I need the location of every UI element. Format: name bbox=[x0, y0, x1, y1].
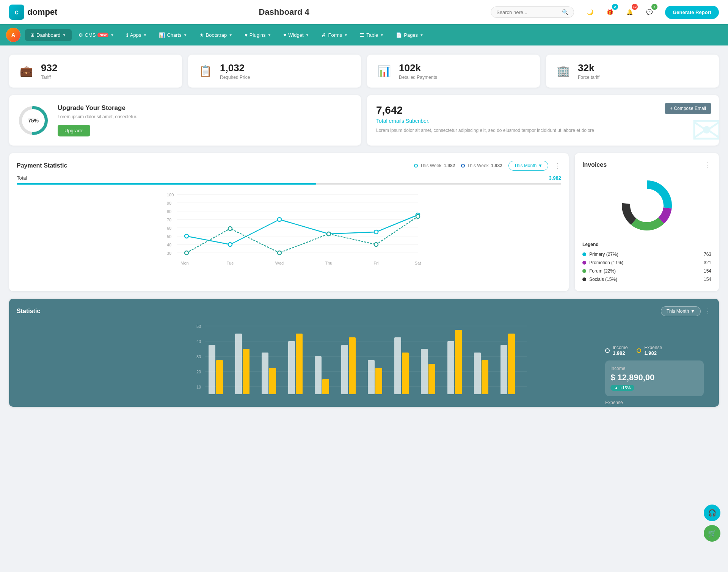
search-input[interactable] bbox=[496, 9, 562, 15]
legend-row-forum: Forum (22%) 154 bbox=[582, 267, 711, 275]
svg-text:100: 100 bbox=[167, 193, 174, 197]
page-title: Dashboard 4 bbox=[77, 7, 491, 17]
svg-rect-73 bbox=[508, 334, 515, 394]
statistic-header: Statistic This Month ▼ ⋮ bbox=[17, 306, 711, 316]
payments-value: 102k bbox=[399, 62, 437, 74]
legend-row-primary: Primary (27%) 763 bbox=[582, 250, 711, 259]
required-price-value: 1,032 bbox=[220, 62, 250, 74]
stat-right-panel: Income 1.982 Expense 1.982 Income $ bbox=[605, 345, 704, 405]
svg-text:10: 10 bbox=[196, 385, 201, 389]
bell-button[interactable]: 🔔 12 bbox=[623, 5, 636, 19]
svg-point-28 bbox=[374, 243, 378, 246]
svg-text:40: 40 bbox=[196, 339, 201, 344]
logo-area: c dompet bbox=[9, 5, 77, 20]
invoices-more-icon[interactable]: ⋮ bbox=[704, 161, 711, 169]
period-label: This Month bbox=[514, 163, 537, 168]
teal-dot bbox=[414, 164, 418, 168]
svg-rect-53 bbox=[243, 349, 249, 394]
stat-card-payments: 📊 102k Detalled Payments bbox=[367, 55, 540, 88]
more-options-icon[interactable]: ⋮ bbox=[554, 161, 561, 170]
svg-text:Tue: Tue bbox=[227, 261, 234, 265]
chevron-down-icon: ▼ bbox=[268, 33, 271, 37]
income-badge-value: +15% bbox=[620, 386, 631, 390]
sidebar-item-forms[interactable]: 🖨 Forms ▼ bbox=[316, 29, 353, 41]
total-row: Total 3.982 bbox=[17, 175, 561, 181]
widget-icon: ♥ bbox=[283, 32, 286, 38]
promotion-dot bbox=[582, 261, 586, 265]
svg-point-29 bbox=[416, 215, 420, 218]
legend-left: Socials (15%) bbox=[582, 277, 617, 282]
svg-rect-54 bbox=[262, 353, 268, 394]
svg-rect-58 bbox=[315, 356, 322, 394]
primary-label: Primary (27%) bbox=[589, 252, 618, 257]
sidebar-item-pages[interactable]: 📄 Pages ▼ bbox=[391, 29, 429, 41]
chevron-down-icon: ▼ bbox=[420, 33, 424, 37]
statistic-more-icon[interactable]: ⋮ bbox=[704, 307, 711, 315]
sidebar-item-charts[interactable]: 📊 Charts ▼ bbox=[154, 29, 192, 41]
nav-bar: A ⊞ Dashboard ▼ ⚙ CMS New ▼ ℹ Apps ▼ 📊 C… bbox=[0, 24, 728, 45]
search-box[interactable]: 🔍 bbox=[491, 6, 574, 18]
expense-legend: Expense 1.982 bbox=[637, 345, 662, 356]
svg-rect-66 bbox=[421, 349, 428, 394]
legend-section: Legend Primary (27%) 763 Promotion (11%)… bbox=[582, 242, 711, 284]
svg-text:50: 50 bbox=[196, 324, 201, 329]
bell-icon: 🔔 bbox=[626, 9, 633, 15]
legend1-label: This Week bbox=[420, 163, 441, 168]
income-box: Income $ 12,890,00 ▲ +15% bbox=[605, 360, 704, 396]
stat-period-button[interactable]: This Month ▼ bbox=[661, 306, 701, 316]
upgrade-button[interactable]: Upgrade bbox=[58, 125, 90, 136]
svg-rect-63 bbox=[375, 368, 382, 394]
sidebar-item-dashboard[interactable]: ⊞ Dashboard ▼ bbox=[25, 29, 72, 41]
period-button[interactable]: This Month ▼ bbox=[508, 161, 548, 171]
chevron-down-icon: ▼ bbox=[143, 33, 147, 37]
legend-item-2: This Week 1.982 bbox=[461, 163, 502, 168]
sidebar-item-plugins[interactable]: ♥ Plugins ▼ bbox=[239, 29, 276, 41]
tariff-label: Tariff bbox=[41, 75, 57, 80]
income-legend-info: Income 1.982 bbox=[613, 345, 628, 356]
mid-row: 75% Upgrade Your Storage Lorem ipsum dol… bbox=[9, 95, 719, 146]
expense-legend-info: Expense 1.982 bbox=[644, 345, 662, 356]
tariff-icon: 💼 bbox=[17, 63, 35, 80]
stat-cards-row: 💼 932 Tariff 📋 1,032 Required Price 📊 10… bbox=[9, 55, 719, 88]
primary-value: 763 bbox=[704, 252, 711, 257]
moon-toggle[interactable]: 🌙 bbox=[583, 5, 597, 19]
generate-report-button[interactable]: Generate Report bbox=[665, 6, 719, 19]
chevron-down-icon: ▼ bbox=[690, 309, 695, 314]
svg-text:70: 70 bbox=[167, 218, 171, 222]
income-box-label: Income bbox=[610, 366, 698, 371]
sidebar-item-widget[interactable]: ♥ Widget ▼ bbox=[278, 29, 314, 41]
svg-text:60: 60 bbox=[167, 226, 171, 230]
chat-icon: 💬 bbox=[646, 9, 653, 15]
svg-rect-60 bbox=[341, 345, 348, 394]
chevron-down-icon: ▼ bbox=[344, 33, 348, 37]
svg-point-27 bbox=[327, 232, 331, 236]
statistic-body: 50 40 30 20 10 bbox=[17, 322, 711, 399]
sidebar-item-apps[interactable]: ℹ Apps ▼ bbox=[121, 29, 152, 41]
search-icon[interactable]: 🔍 bbox=[562, 9, 568, 15]
legend-row-socials: Socials (15%) 154 bbox=[582, 275, 711, 284]
pages-icon: 📄 bbox=[396, 32, 402, 38]
sidebar-item-cms[interactable]: ⚙ CMS New ▼ bbox=[73, 29, 119, 41]
storage-card: 75% Upgrade Your Storage Lorem ipsum dol… bbox=[9, 95, 361, 146]
expense-section-label: Expense bbox=[605, 400, 704, 405]
forum-value: 154 bbox=[704, 268, 711, 274]
chevron-down-icon: ▼ bbox=[110, 33, 114, 37]
payments-icon: 📊 bbox=[375, 63, 393, 80]
chat-button[interactable]: 💬 5 bbox=[642, 5, 656, 19]
legend-item-1: This Week 1.982 bbox=[414, 163, 455, 168]
sidebar-item-table[interactable]: ☰ Table ▼ bbox=[355, 29, 389, 41]
chevron-down-icon: ▼ bbox=[184, 33, 187, 37]
svg-rect-52 bbox=[235, 334, 242, 394]
gift-button[interactable]: 🎁 2 bbox=[603, 5, 617, 19]
legend2-label: This Week bbox=[467, 163, 488, 168]
svg-text:80: 80 bbox=[167, 209, 171, 214]
svg-text:Fri: Fri bbox=[374, 261, 379, 265]
promotion-label: Promotion (11%) bbox=[589, 260, 623, 265]
sidebar-item-bootstrap[interactable]: ★ Bootstrap ▼ bbox=[194, 29, 238, 41]
logo-icon: c bbox=[9, 5, 24, 20]
stat-card-info: 932 Tariff bbox=[41, 62, 57, 80]
svg-rect-57 bbox=[296, 334, 303, 394]
svg-text:20: 20 bbox=[196, 370, 201, 374]
income-badge: ▲ +15% bbox=[610, 385, 634, 391]
svg-point-24 bbox=[185, 251, 188, 255]
